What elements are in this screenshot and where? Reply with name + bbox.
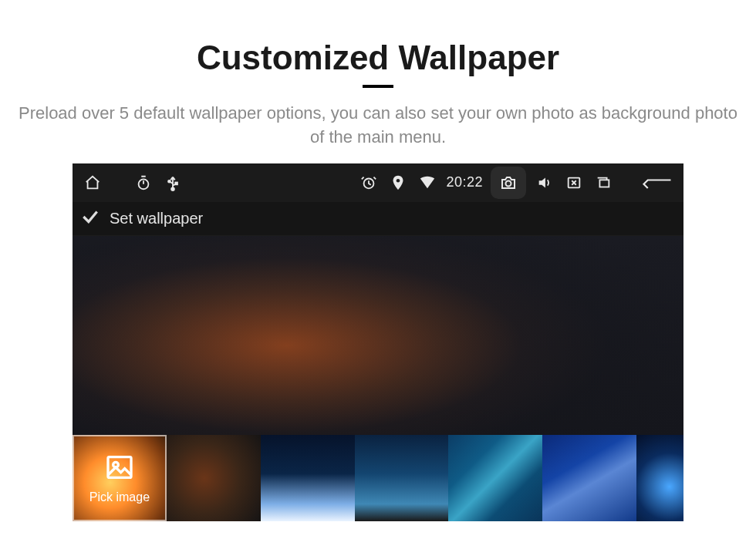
screen-title: Set wallpaper — [110, 210, 203, 227]
volume-icon[interactable] — [534, 172, 555, 194]
wallpaper-thumb-5[interactable] — [448, 435, 542, 521]
svg-point-6 — [506, 180, 511, 186]
wallpaper-thumb-7[interactable] — [636, 435, 683, 521]
camera-icon — [499, 173, 518, 192]
wallpaper-preview[interactable] — [73, 236, 683, 435]
alarm-icon[interactable] — [358, 172, 380, 194]
svg-point-5 — [397, 179, 400, 183]
usb-icon[interactable] — [162, 172, 184, 194]
wallpaper-thumb-4[interactable] — [355, 435, 449, 521]
svg-rect-8 — [599, 180, 609, 187]
image-icon — [104, 452, 135, 486]
svg-point-1 — [168, 180, 170, 182]
title-bar: Set wallpaper — [73, 202, 683, 236]
device-screenshot: 20:22 Set wallpaper — [73, 163, 683, 521]
wallpaper-thumb-6[interactable] — [542, 435, 636, 521]
status-bar: 20:22 — [73, 163, 683, 202]
wallpaper-thumb-2[interactable] — [167, 435, 261, 521]
svg-rect-2 — [175, 182, 177, 184]
wifi-icon[interactable] — [417, 172, 438, 194]
page-subtitle: Preload over 5 default wallpaper options… — [0, 102, 756, 150]
back-icon[interactable] — [640, 172, 674, 194]
close-window-icon[interactable] — [563, 172, 585, 194]
status-time: 20:22 — [446, 174, 483, 190]
heading-rule — [363, 85, 393, 88]
confirm-check-icon[interactable] — [80, 207, 100, 230]
location-icon[interactable] — [387, 172, 409, 194]
page-heading: Customized Wallpaper — [0, 39, 756, 77]
home-icon[interactable] — [82, 172, 103, 194]
wallpaper-thumbnails: Pick image — [73, 435, 683, 521]
camera-button[interactable] — [491, 167, 526, 199]
stopwatch-icon[interactable] — [133, 172, 154, 194]
recent-apps-icon[interactable] — [592, 172, 614, 194]
svg-point-3 — [171, 187, 174, 190]
svg-rect-9 — [108, 456, 131, 477]
pick-image-label: Pick image — [89, 490, 150, 504]
pick-image-tile[interactable]: Pick image — [73, 435, 167, 521]
wallpaper-thumb-3[interactable] — [261, 435, 355, 521]
